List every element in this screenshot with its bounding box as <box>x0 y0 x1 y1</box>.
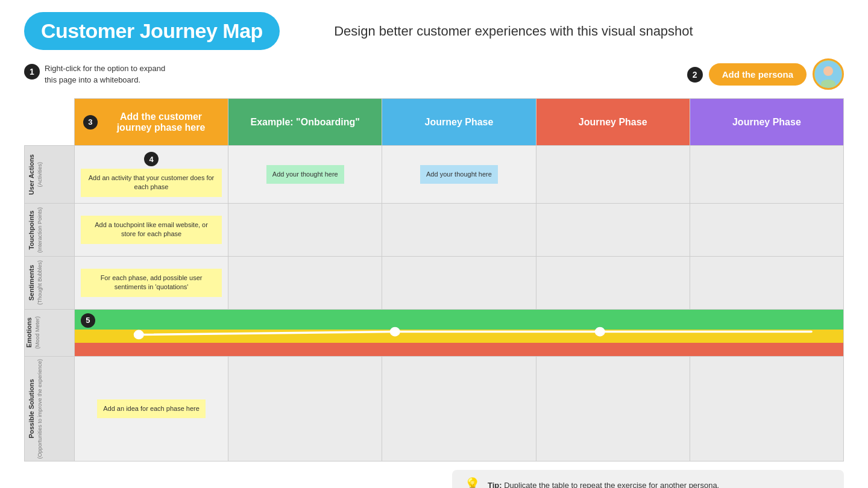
phase-header-1[interactable]: 3 Add the customer journey phase here <box>74 99 228 146</box>
solutions-col1[interactable]: Add an idea for each phase here <box>74 356 228 461</box>
header-left: Customer Journey Map <box>24 12 280 50</box>
step1-text: Right-click for the option to expandthis… <box>45 63 165 86</box>
user-actions-note-3[interactable]: Add your thought here <box>420 165 498 184</box>
user-actions-col1[interactable]: 4 Add an activity that your customer doe… <box>74 146 228 204</box>
svg-point-2 <box>823 66 833 76</box>
touchpoints-col5[interactable] <box>690 203 843 256</box>
page: Customer Journey Map Design better custo… <box>0 0 868 488</box>
emotion-line-container: 5 <box>75 310 843 356</box>
phase-5-label: Journey Phase <box>732 117 801 128</box>
phase-header-5[interactable]: Journey Phase <box>690 99 843 146</box>
emotions-meter[interactable]: 5 <box>74 309 843 356</box>
sentiments-col2[interactable] <box>228 256 382 309</box>
solutions-row: Possible Solutions (Opportunities to imp… <box>25 356 844 461</box>
user-actions-col2[interactable]: Add your thought here <box>228 146 382 204</box>
step3-badge: 3 <box>83 115 98 130</box>
solutions-col5[interactable] <box>690 356 843 461</box>
svg-point-7 <box>134 330 144 339</box>
touchpoints-row: Touchpoints (Interaction Points) Add a t… <box>25 203 844 256</box>
phase-header-3[interactable]: Journey Phase <box>382 99 536 146</box>
sentiments-col4[interactable] <box>536 256 690 309</box>
solutions-note-1[interactable]: Add an idea for each phase here <box>97 399 206 418</box>
touchpoints-col2[interactable] <box>228 203 382 256</box>
solutions-col4[interactable] <box>536 356 690 461</box>
phase-header-4[interactable]: Journey Phase <box>536 99 690 146</box>
page-title: Customer Journey Map <box>41 19 263 42</box>
phase-3-label: Journey Phase <box>425 117 494 128</box>
phase-4-label: Journey Phase <box>579 117 647 128</box>
step5-area: 5 <box>81 313 95 328</box>
touchpoints-note-1[interactable]: Add a touchpoint like email website, or … <box>81 216 222 244</box>
phase-1-label: Add the customer journey phase here <box>102 111 219 133</box>
tip-icon: 💡 <box>464 477 480 488</box>
tip-text: Tip: Duplicate the table to repeat the e… <box>488 481 719 488</box>
user-actions-row: User Actions (Activities) 4 Add an activ… <box>25 146 844 204</box>
svg-point-8 <box>390 327 400 336</box>
solutions-col2[interactable] <box>228 356 382 461</box>
step5-badge: 5 <box>81 313 95 328</box>
user-actions-col5[interactable] <box>690 146 843 204</box>
title-badge: Customer Journey Map <box>24 12 280 50</box>
info-row: 1 Right-click for the option to expandth… <box>24 58 844 90</box>
phase-header-2[interactable]: Example: "Onboarding" <box>228 99 382 146</box>
header: Customer Journey Map Design better custo… <box>24 12 844 50</box>
step2-badge: 2 <box>687 67 703 83</box>
touchpoints-col4[interactable] <box>536 203 690 256</box>
emotion-line-svg <box>75 310 843 356</box>
emotions-label: Emotions (Mood Meter) <box>25 309 75 356</box>
touchpoints-label: Touchpoints (Interaction Points) <box>25 203 75 256</box>
sentiments-col5[interactable] <box>690 256 843 309</box>
tip-box: 💡 Tip: Duplicate the table to repeat the… <box>452 470 844 488</box>
touchpoints-col3[interactable] <box>382 203 536 256</box>
user-actions-label: User Actions (Activities) <box>25 146 75 204</box>
phase-2-label: Example: "Onboarding" <box>251 117 360 128</box>
sentiments-row: Sentiments (Thought Bubbles) For each ph… <box>25 256 844 309</box>
step4-badge: 4 <box>144 152 159 166</box>
user-actions-col4[interactable] <box>536 146 690 204</box>
add-persona-button[interactable]: Add the persona <box>709 63 807 86</box>
info-right: 2 Add the persona <box>687 58 844 90</box>
sentiments-note-1[interactable]: For each phase, add possible user sentim… <box>81 269 222 297</box>
svg-line-4 <box>139 331 395 334</box>
touchpoints-col1[interactable]: Add a touchpoint like email website, or … <box>74 203 228 256</box>
header-row: 3 Add the customer journey phase here Ex… <box>25 99 844 146</box>
user-actions-note-1[interactable]: Add an activity that your customer does … <box>81 169 222 197</box>
svg-point-9 <box>595 327 605 336</box>
journey-table: 3 Add the customer journey phase here Ex… <box>24 98 844 461</box>
sentiments-col1[interactable]: For each phase, add possible user sentim… <box>74 256 228 309</box>
step1-badge: 1 <box>24 64 40 80</box>
info-left: 1 Right-click for the option to expandth… <box>24 63 165 86</box>
user-actions-note-2[interactable]: Add your thought here <box>266 165 344 184</box>
subtitle: Design better customer experiences with … <box>280 23 723 39</box>
solutions-label: Possible Solutions (Opportunities to imp… <box>25 356 75 461</box>
persona-avatar <box>813 58 844 90</box>
solutions-col3[interactable] <box>382 356 536 461</box>
user-actions-col3[interactable]: Add your thought here <box>382 146 536 204</box>
sentiments-label: Sentiments (Thought Bubbles) <box>25 256 75 309</box>
sentiments-col3[interactable] <box>382 256 536 309</box>
emotions-row: Emotions (Mood Meter) 5 <box>25 309 844 356</box>
